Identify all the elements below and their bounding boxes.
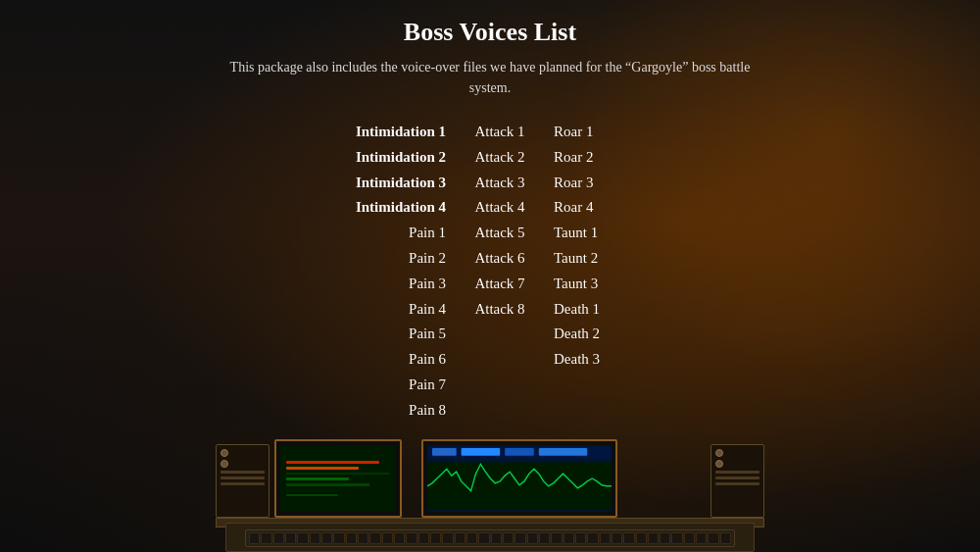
list-item: Attack 1 (474, 120, 524, 145)
keyboard-key (418, 532, 429, 544)
keyboard-key (623, 532, 634, 544)
list-item: Roar 4 (554, 195, 593, 221)
bar-3 (220, 482, 265, 485)
keyboard-key (503, 532, 514, 544)
column-roar-taunt-death: Roar 1Roar 2Roar 3Roar 4Taunt 1Taunt 2Ta… (554, 120, 662, 373)
keyboard-key (249, 532, 260, 544)
keyboard-key (514, 532, 525, 544)
column-intimidation-pain: Intimidation 1Intimidation 2Intimidation… (318, 120, 446, 424)
bar-1 (220, 471, 265, 474)
keyboard-key (564, 532, 574, 544)
keyboard-key (684, 532, 695, 544)
voice-list: Intimidation 1Intimidation 2Intimidation… (318, 120, 662, 424)
keyboard-key (346, 532, 357, 544)
keyboard-key (442, 532, 453, 544)
keyboard-key (466, 532, 477, 544)
keyboard-key (394, 532, 405, 544)
monitor-left-screen (280, 445, 396, 512)
keyboard-key (648, 532, 659, 544)
keyboard-key (551, 532, 562, 544)
monitor-right-screen (427, 445, 612, 512)
keyboard-key (636, 532, 647, 544)
list-item: Taunt 2 (554, 246, 598, 272)
list-item: Death 1 (554, 297, 600, 323)
keyboard-key (455, 532, 466, 544)
main-content: Boss Voices List This package also inclu… (0, 0, 980, 424)
keyboard-key (587, 532, 598, 544)
bar-6 (715, 482, 760, 485)
svg-rect-3 (505, 448, 534, 456)
list-item: Attack 4 (474, 195, 524, 221)
list-item: Intimidation 2 (356, 145, 446, 171)
keyboard-key (369, 532, 380, 544)
list-item: Death 3 (554, 347, 600, 373)
list-item: Intimidation 4 (356, 195, 446, 221)
svg-rect-4 (539, 448, 587, 456)
list-item: Pain 2 (409, 246, 446, 272)
desk (216, 434, 764, 552)
equipment-area (216, 425, 764, 552)
list-item: Roar 3 (554, 171, 593, 196)
bar-5 (715, 477, 760, 479)
keyboard-key (285, 532, 296, 544)
list-item: Pain 5 (409, 322, 446, 347)
list-item: Attack 3 (474, 171, 524, 196)
bar-4 (715, 471, 760, 474)
list-item: Attack 6 (474, 246, 524, 272)
keyboard-key (430, 532, 441, 544)
keyboard-key (491, 532, 502, 544)
keyboard-key (671, 532, 682, 544)
keyboard-key (478, 532, 489, 544)
keyboard-key (660, 532, 670, 544)
keyboard-key (527, 532, 538, 544)
keyboard-key (297, 532, 308, 544)
keyboard-key (382, 532, 393, 544)
keyboard-keys (249, 532, 731, 544)
keyboard-key (321, 532, 332, 544)
list-item: Pain 6 (409, 347, 446, 373)
column-attack: Attack 1Attack 2Attack 3Attack 4Attack 5… (446, 120, 554, 322)
keyboard-key (720, 532, 731, 544)
list-item: Taunt 1 (554, 221, 598, 246)
keyboard-key (406, 532, 416, 544)
list-item: Attack 8 (474, 297, 524, 323)
list-item: Attack 7 (474, 272, 524, 297)
keyboard-key (273, 532, 284, 544)
page-subtitle: This package also includes the voice-ove… (216, 57, 764, 98)
keyboard-key (708, 532, 718, 544)
knob-4 (715, 460, 723, 468)
svg-rect-1 (432, 448, 457, 456)
list-item: Roar 1 (554, 120, 593, 145)
list-item: Pain 8 (409, 398, 446, 424)
keyboard-key (539, 532, 550, 544)
keyboard-key (575, 532, 586, 544)
keyboard-key (600, 532, 611, 544)
bar-2 (220, 477, 265, 479)
monitor-right (421, 439, 617, 518)
knob-3 (715, 449, 723, 457)
side-panel-right (710, 444, 764, 518)
list-item: Intimidation 3 (356, 171, 446, 196)
list-item: Taunt 3 (554, 272, 598, 297)
keyboard (245, 529, 735, 547)
list-item: Pain 7 (409, 373, 446, 398)
list-item: Death 2 (554, 322, 600, 347)
keyboard-key (358, 532, 368, 544)
list-item: Intimidation 1 (356, 120, 446, 145)
side-panel-left (216, 444, 270, 518)
keyboard-key (310, 532, 320, 544)
list-item: Pain 1 (409, 221, 446, 246)
keyboard-key (612, 532, 622, 544)
monitor-left (274, 439, 402, 518)
knob-2 (220, 460, 228, 468)
list-item: Pain 3 (409, 272, 446, 297)
keyboard-key (696, 532, 707, 544)
list-item: Attack 2 (474, 145, 524, 171)
keyboard-key (333, 532, 344, 544)
list-item: Pain 4 (409, 297, 446, 323)
list-item: Attack 5 (474, 221, 524, 246)
svg-rect-2 (462, 448, 501, 456)
list-item: Roar 2 (554, 145, 593, 171)
svg-rect-5 (427, 462, 612, 510)
page-title: Boss Voices List (404, 18, 576, 47)
